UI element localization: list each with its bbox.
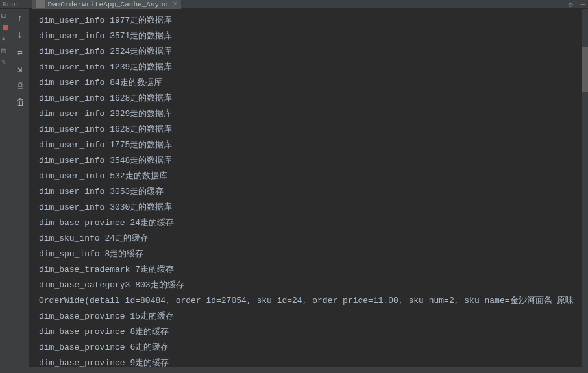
console-line: dim_user_info 2524走的数据库 xyxy=(39,44,588,60)
console-line: dim_user_info 3030走的数据库 xyxy=(39,200,588,215)
camera-icon[interactable]: ◘ xyxy=(1,12,9,19)
console-line: dim_user_info 532走的数据库 xyxy=(39,169,588,184)
error-marker xyxy=(3,25,8,30)
structure-icon[interactable]: ▤ xyxy=(1,46,9,54)
console-line: OrderWide(detail_id=80484, order_id=2705… xyxy=(39,293,588,309)
console-line: dim_user_info 1239走的数据库 xyxy=(39,60,588,75)
content-area: ◘ ✶ ▤ ✎ ↑↓⇄⇲⎙🗑 dim_user_info 1977走的数据库di… xyxy=(0,9,588,367)
run-label: Run: xyxy=(0,1,19,8)
console-line: dim_spu_info 8走的缓存 xyxy=(39,247,588,262)
step-down-icon[interactable]: ↓ xyxy=(15,30,25,40)
print-icon[interactable]: ⎙ xyxy=(15,80,25,91)
scrollbar-thumb[interactable] xyxy=(582,47,588,92)
console-line: dim_user_info 1628走的数据库 xyxy=(39,122,588,138)
console-line: dim_user_info 3571走的数据库 xyxy=(39,29,588,44)
minimize-icon[interactable]: — xyxy=(581,0,585,9)
scroll-end-icon[interactable]: ⇲ xyxy=(15,64,25,74)
console-line: dim_base_province 6走的缓存 xyxy=(39,340,588,355)
console-output: dim_user_info 1977走的数据库dim_user_info 357… xyxy=(30,9,588,367)
bug-icon[interactable]: ✶ xyxy=(1,34,9,42)
console-line: dim_user_info 1628走的数据库 xyxy=(39,91,588,106)
console-line: dim_base_province 8走的缓存 xyxy=(39,324,588,340)
console-line: dim_user_info 3053走的缓存 xyxy=(39,184,588,200)
rerun-icon[interactable]: ↑ xyxy=(15,13,25,23)
console-line: dim_base_province 9走的缓存 xyxy=(39,355,588,367)
console-line: dim_user_info 1977走的数据库 xyxy=(39,13,588,29)
tool-column: ↑↓⇄⇲⎙🗑 xyxy=(10,9,30,367)
run-tab[interactable]: DwmOrderWriteApp_Cache_Async × xyxy=(32,0,181,9)
console-line: dim_base_trademark 7走的缓存 xyxy=(39,262,588,278)
console-line: dim_base_category3 803走的缓存 xyxy=(39,278,588,293)
console-line: dim_user_info 84走的数据库 xyxy=(39,75,588,91)
close-icon[interactable]: × xyxy=(173,0,177,9)
app-icon xyxy=(36,0,45,8)
trash-icon[interactable]: 🗑 xyxy=(15,97,25,108)
console-line: dim_user_info 2929走的数据库 xyxy=(39,106,588,122)
gutter-left: ◘ ✶ ▤ ✎ xyxy=(0,9,10,367)
wrap-icon[interactable]: ⇄ xyxy=(15,47,25,57)
console-line: dim_sku_info 24走的缓存 xyxy=(39,231,588,247)
top-bar: Run: DwmOrderWriteApp_Cache_Async × ⚙ — xyxy=(0,0,588,9)
marker-icon[interactable]: ✎ xyxy=(1,58,9,66)
console-line: dim_base_province 15走的缓存 xyxy=(39,309,588,324)
gear-icon[interactable]: ⚙ xyxy=(569,0,573,10)
scrollbar-track[interactable] xyxy=(582,9,588,367)
status-bar xyxy=(0,367,588,373)
console-line: dim_user_info 1775走的数据库 xyxy=(39,138,588,153)
console-line: dim_user_info 3548走的数据库 xyxy=(39,153,588,169)
console-line: dim_base_province 24走的缓存 xyxy=(39,215,588,231)
tab-title: DwmOrderWriteApp_Cache_Async xyxy=(47,1,167,8)
